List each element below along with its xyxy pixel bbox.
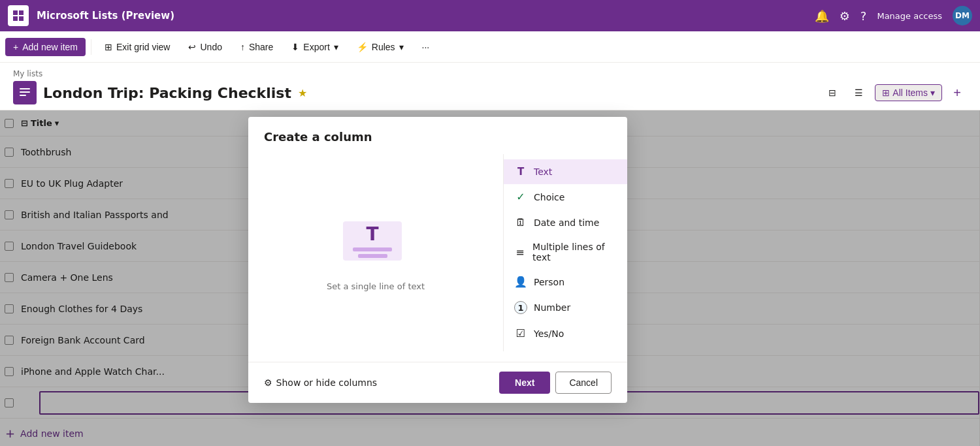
svg-rect-2 xyxy=(13,16,18,21)
choice-type-icon: ✓ xyxy=(514,191,527,203)
modal-body: T Set a single line of text T Text ✓ xyxy=(248,144,627,362)
rules-icon: ⚡ xyxy=(357,42,368,52)
view-controls: ⊟ ☰ ⊞ All Items ▾ + xyxy=(822,83,967,103)
filter-icon: ⊟ xyxy=(828,88,836,98)
show-hide-icon: ⚙ xyxy=(264,377,272,388)
create-column-modal: Create a column T Set a single line of t… xyxy=(248,117,627,403)
option-text[interactable]: T Text xyxy=(504,159,627,184)
preview-label: Set a single line of text xyxy=(327,281,425,291)
next-button[interactable]: Next xyxy=(499,372,550,394)
preview-text-icon: T xyxy=(366,223,378,245)
toolbar-separator xyxy=(91,39,91,55)
avatar[interactable]: DM xyxy=(953,6,972,25)
add-new-item-button[interactable]: + Add new item xyxy=(5,38,86,56)
text-type-icon: T xyxy=(514,166,527,178)
option-person[interactable]: 👤 Person xyxy=(504,269,627,295)
modal-footer: ⚙ Show or hide columns Next Cancel xyxy=(248,362,627,403)
svg-rect-6 xyxy=(20,95,26,96)
settings-icon[interactable]: ⚙ xyxy=(840,9,850,23)
grid-view-icon: ⊞ xyxy=(882,88,890,98)
more-button[interactable]: ··· xyxy=(414,38,438,56)
preview-illustration: T xyxy=(330,215,421,274)
top-nav-bar: Microsoft Lists (Preview) 🔔 ⚙ ? Manage a… xyxy=(0,0,980,31)
breadcrumb[interactable]: My lists xyxy=(13,69,967,78)
option-multiline[interactable]: ≡ Multiple lines of text xyxy=(504,235,627,269)
filter-button[interactable]: ⊟ xyxy=(822,85,843,101)
option-yesno[interactable]: ☑ Yes/No xyxy=(504,321,627,346)
option-datetime[interactable]: 🗓 Date and time xyxy=(504,210,627,235)
share-icon: ↑ xyxy=(240,42,245,52)
option-choice[interactable]: ✓ Choice xyxy=(504,184,627,210)
datetime-type-icon: 🗓 xyxy=(514,216,527,229)
export-button[interactable]: ⬇ Export ▾ xyxy=(284,38,346,56)
all-items-chevron-icon: ▾ xyxy=(930,88,935,98)
option-number[interactable]: 1 Number xyxy=(504,295,627,321)
app-title: Microsoft Lists (Preview) xyxy=(37,10,807,22)
ellipsis-icon: ··· xyxy=(422,42,430,52)
multiline-type-icon: ≡ xyxy=(514,246,526,259)
grid-icon: ⊞ xyxy=(105,42,112,52)
export-chevron-icon: ▾ xyxy=(334,42,338,52)
toolbar: + Add new item ⊞ Exit grid view ↩ Undo ↑… xyxy=(0,31,980,63)
rules-chevron-icon: ▾ xyxy=(399,42,404,52)
main-area: ⊟ Title ▾ + Add column Toothbrush EU to … xyxy=(0,110,980,446)
modal-title: Create a column xyxy=(248,117,627,144)
help-icon[interactable]: ? xyxy=(860,9,867,23)
notification-icon[interactable]: 🔔 xyxy=(815,9,829,23)
modal-overlay: Create a column T Set a single line of t… xyxy=(0,110,980,446)
svg-rect-1 xyxy=(19,10,24,15)
modal-preview: T Set a single line of text xyxy=(248,154,503,351)
all-items-button[interactable]: ⊞ All Items ▾ xyxy=(875,84,942,101)
page-header: My lists London Trip: Packing Checklist … xyxy=(0,63,980,110)
preview-line-1 xyxy=(353,247,392,251)
svg-rect-5 xyxy=(20,91,30,93)
undo-button[interactable]: ↩ Undo xyxy=(180,38,229,56)
yesno-type-icon: ☑ xyxy=(514,327,527,340)
svg-rect-3 xyxy=(19,16,24,21)
column-type-options: T Text ✓ Choice 🗓 Date and time ≡ Multip… xyxy=(503,154,627,351)
list-view-button[interactable]: ☰ xyxy=(848,85,870,101)
preview-line-2 xyxy=(358,254,387,258)
show-hide-columns-link[interactable]: ⚙ Show or hide columns xyxy=(264,377,377,388)
favorite-icon[interactable]: ★ xyxy=(298,87,307,99)
app-logo xyxy=(8,5,29,26)
number-type-icon: 1 xyxy=(514,301,527,314)
exit-grid-view-button[interactable]: ⊞ Exit grid view xyxy=(97,38,178,56)
manage-access-label[interactable]: Manage access xyxy=(877,11,942,21)
export-icon: ⬇ xyxy=(291,42,299,52)
cancel-button[interactable]: Cancel xyxy=(555,372,612,394)
svg-rect-0 xyxy=(13,10,18,15)
person-type-icon: 👤 xyxy=(514,276,527,288)
list-icon xyxy=(13,81,37,104)
svg-rect-4 xyxy=(20,88,30,89)
plus-icon: + xyxy=(13,42,18,52)
undo-icon: ↩ xyxy=(188,42,196,52)
footer-buttons: Next Cancel xyxy=(499,372,612,394)
page-title-row: London Trip: Packing Checklist ★ ⊟ ☰ ⊞ A… xyxy=(13,81,967,110)
rules-button[interactable]: ⚡ Rules ▾ xyxy=(349,38,412,56)
share-button[interactable]: ↑ Share xyxy=(233,38,281,56)
page-title: London Trip: Packing Checklist xyxy=(43,85,291,101)
list-view-icon: ☰ xyxy=(855,88,863,98)
add-view-button[interactable]: + xyxy=(947,83,967,103)
top-bar-icons: 🔔 ⚙ ? Manage access DM xyxy=(815,6,972,25)
